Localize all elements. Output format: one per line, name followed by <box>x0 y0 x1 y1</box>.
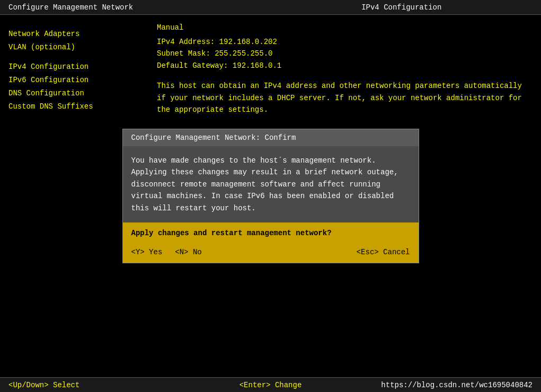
status-right: https://blog.csdn.net/wc1695040842 <box>358 381 533 389</box>
yes-button[interactable]: <Y> Yes <box>131 248 163 256</box>
dialog-body: You have made changes to the host´s mana… <box>123 146 419 222</box>
dialog-question-text: Apply changes and restart management net… <box>131 229 410 237</box>
dialog-overlay: Configure Management Network: Confirm Yo… <box>0 0 541 392</box>
no-button[interactable]: <N> No <box>175 248 201 256</box>
dialog-buttons: <Y> Yes <N> No <Esc> Cancel <box>123 244 419 263</box>
dialog-question: Apply changes and restart management net… <box>123 222 419 244</box>
status-center: <Enter> Change <box>183 381 358 389</box>
status-left: <Up/Down> Select <box>8 381 183 389</box>
confirm-dialog: Configure Management Network: Confirm Yo… <box>122 129 419 263</box>
dialog-buttons-left: <Y> Yes <N> No <box>131 248 202 256</box>
cancel-button[interactable]: <Esc> Cancel <box>357 248 410 256</box>
status-bar: <Up/Down> Select <Enter> Change https://… <box>0 377 541 392</box>
dialog-title: Configure Management Network: Confirm <box>123 129 419 146</box>
screen: Configure Management Network IPv4 Config… <box>0 0 541 392</box>
dialog-body-text: You have made changes to the host´s mana… <box>131 155 410 214</box>
